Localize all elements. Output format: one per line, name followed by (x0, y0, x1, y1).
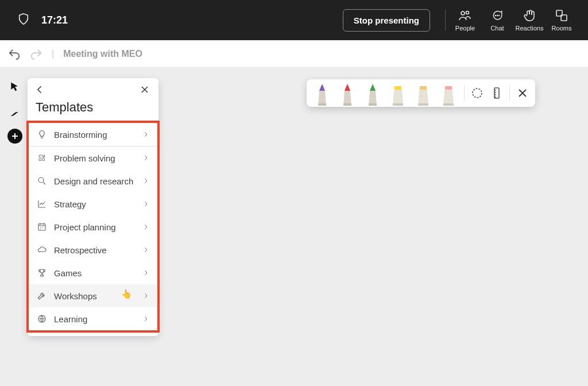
chevron-right-icon (142, 314, 149, 324)
svg-point-1 (466, 11, 469, 14)
reactions-button[interactable]: Reactions (513, 9, 546, 32)
panel-close-button[interactable] (139, 84, 150, 95)
rooms-label: Rooms (552, 25, 572, 32)
chart-icon (37, 199, 47, 209)
chevron-right-icon (142, 245, 149, 255)
separator (445, 10, 446, 30)
wrench-icon (37, 291, 47, 301)
ruler-button[interactable] (490, 86, 504, 100)
svg-rect-8 (38, 224, 45, 230)
stop-presenting-button[interactable]: Stop presenting (343, 9, 430, 32)
chevron-right-icon (142, 199, 149, 209)
svg-marker-10 (319, 84, 325, 91)
whiteboard-canvas[interactable]: Templates BrainstormingProblem solvingDe… (0, 68, 588, 386)
trophy-icon (37, 268, 47, 278)
pen-3[interactable] (388, 82, 408, 107)
redo-button[interactable] (30, 48, 42, 60)
select-tool[interactable] (6, 78, 24, 95)
document-title[interactable]: Meeting with MEO (63, 49, 142, 59)
bulb-icon (37, 129, 47, 140)
globe-icon (37, 314, 47, 324)
template-item-problem-solving[interactable]: Problem solving (29, 146, 157, 169)
ink-tool[interactable] (6, 103, 24, 121)
svg-rect-12 (318, 103, 326, 106)
rooms-button[interactable]: Rooms (546, 9, 578, 32)
separator (464, 85, 465, 101)
chevron-right-icon (142, 176, 149, 186)
svg-marker-20 (393, 90, 403, 106)
separator: | (52, 49, 54, 59)
add-tool[interactable] (7, 129, 22, 144)
pen-5[interactable] (439, 82, 458, 107)
template-item-label: Retrospective (54, 245, 136, 255)
templates-panel: Templates BrainstormingProblem solvingDe… (28, 78, 158, 336)
svg-rect-22 (420, 86, 427, 90)
template-item-retrospective[interactable]: Retrospective (29, 238, 157, 261)
chevron-right-icon (142, 153, 149, 163)
cloud-icon (37, 245, 47, 255)
svg-point-7 (38, 177, 44, 183)
svg-marker-13 (345, 84, 350, 91)
whiteboard-header: | Meeting with MEO (0, 40, 588, 68)
separator (509, 85, 510, 101)
svg-marker-16 (370, 84, 376, 91)
chevron-right-icon (142, 291, 149, 301)
svg-rect-27 (443, 103, 454, 106)
svg-marker-26 (443, 90, 454, 106)
template-item-design-and-research[interactable]: Design and research (29, 169, 157, 192)
template-item-label: Design and research (54, 176, 136, 186)
template-item-label: Project planning (54, 222, 136, 232)
chat-button[interactable]: Chat (481, 9, 513, 32)
pen-4[interactable] (413, 82, 433, 107)
lasso-button[interactable] (470, 86, 484, 100)
svg-marker-23 (418, 90, 428, 106)
svg-point-3 (497, 16, 498, 16)
pen-2[interactable] (363, 82, 382, 107)
svg-rect-21 (393, 103, 403, 106)
svg-point-4 (499, 16, 500, 16)
template-item-label: Games (54, 268, 136, 278)
people-label: People (455, 25, 475, 32)
template-item-games[interactable]: Games (29, 261, 157, 284)
pen-0[interactable] (312, 82, 332, 107)
pen-1[interactable] (338, 82, 357, 107)
calendar-icon (37, 222, 47, 232)
cursor-icon: 👆 (121, 289, 132, 299)
search-icon (37, 176, 47, 186)
template-item-project-planning[interactable]: Project planning (29, 215, 157, 238)
svg-rect-19 (394, 86, 401, 90)
svg-point-2 (496, 16, 496, 16)
meeting-time: 17:21 (41, 14, 68, 26)
chat-label: Chat (490, 25, 504, 32)
shield-icon (17, 13, 30, 28)
undo-button[interactable] (8, 48, 21, 60)
template-item-brainstorming[interactable]: Brainstorming (29, 123, 157, 146)
chevron-right-icon (142, 130, 149, 140)
svg-rect-24 (418, 103, 428, 106)
chevron-right-icon (142, 268, 149, 278)
template-item-workshops[interactable]: Workshops👆 (29, 284, 157, 307)
svg-rect-15 (343, 103, 351, 106)
template-item-strategy[interactable]: Strategy (29, 192, 157, 215)
panel-back-button[interactable] (34, 84, 46, 95)
template-item-label: Strategy (54, 199, 136, 209)
reactions-label: Reactions (516, 25, 544, 32)
chevron-right-icon (142, 222, 149, 232)
left-toolstrip (3, 78, 26, 144)
svg-point-0 (461, 11, 465, 15)
templates-list-highlighted: BrainstormingProblem solvingDesign and r… (26, 121, 160, 333)
svg-rect-18 (369, 103, 377, 106)
puzzle-icon (37, 153, 47, 163)
meeting-topbar: 17:21 Stop presenting People Chat Reacti… (0, 0, 588, 40)
panel-title: Templates (28, 99, 158, 121)
svg-point-28 (473, 88, 482, 98)
svg-rect-25 (445, 86, 452, 90)
pen-toolbar (307, 79, 535, 107)
people-button[interactable]: People (449, 9, 481, 32)
template-item-label: Problem solving (54, 153, 136, 163)
close-pen-toolbar-button[interactable] (516, 86, 529, 100)
template-item-label: Learning (54, 314, 136, 324)
template-item-learning[interactable]: Learning (29, 307, 157, 330)
template-item-label: Brainstorming (54, 130, 136, 140)
